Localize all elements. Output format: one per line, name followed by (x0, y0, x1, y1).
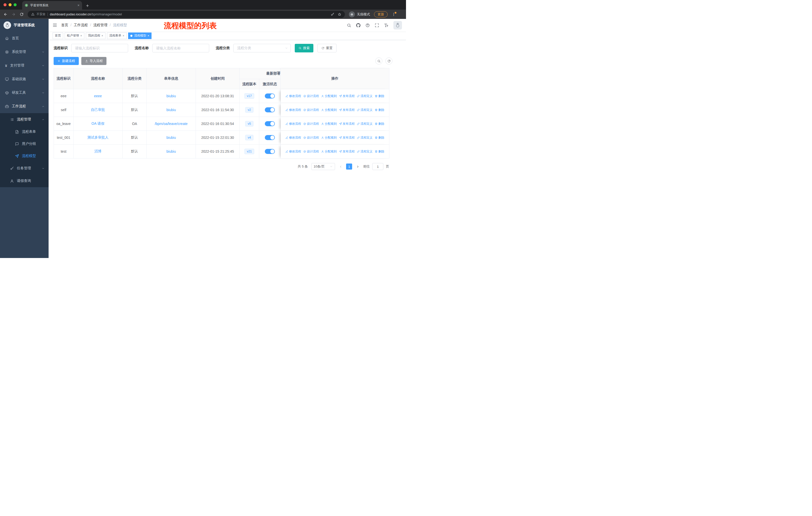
goto-page-input[interactable] (372, 163, 383, 170)
category-select[interactable]: 流程分类 (233, 44, 291, 52)
action-definition-link[interactable]: 流程定义 (357, 122, 373, 126)
fullscreen-icon[interactable] (375, 23, 379, 27)
import-process-button[interactable]: 导入流程 (81, 57, 107, 65)
sidebar-item-devtools[interactable]: 研发工具 (0, 86, 49, 100)
password-manager-icon[interactable] (331, 12, 334, 16)
active-toggle[interactable] (265, 93, 275, 99)
security-warning-icon[interactable] (31, 12, 34, 16)
action-design-link[interactable]: 设计流程 (303, 122, 319, 126)
action-delete-link[interactable]: 删除 (375, 122, 384, 126)
process-name-link[interactable]: 自己审批 (91, 108, 105, 112)
action-assign-link[interactable]: 分配规则 (321, 108, 337, 112)
next-page-button[interactable] (355, 164, 361, 169)
update-button[interactable]: 更新 (374, 11, 388, 18)
process-name-input[interactable] (152, 44, 209, 52)
browser-menu-icon[interactable] (392, 12, 396, 17)
sidebar-item-process-model[interactable]: 流程模型 (0, 150, 49, 162)
tag-close-icon[interactable]: × (123, 34, 124, 37)
action-definition-link[interactable]: 流程定义 (357, 136, 373, 140)
action-publish-link[interactable]: 发布流程 (339, 136, 355, 140)
form-info-link[interactable]: biubiu (166, 108, 176, 112)
github-icon[interactable] (356, 23, 360, 27)
sidebar-item-process-form[interactable]: 流程表单 (0, 126, 49, 138)
active-toggle[interactable] (265, 121, 275, 126)
process-name-link[interactable]: 滔博 (94, 149, 102, 153)
active-toggle[interactable] (265, 107, 275, 112)
minimize-window-button[interactable] (8, 3, 11, 6)
action-edit-link[interactable]: 修改流程 (285, 94, 301, 98)
process-name-link[interactable]: OA 请假 (91, 121, 104, 126)
help-icon[interactable] (366, 23, 370, 27)
sidebar-item-process-manage[interactable]: 流程管理 (0, 113, 49, 126)
browser-tab[interactable]: 芋道管理系统 × (22, 1, 82, 9)
action-edit-link[interactable]: 修改流程 (285, 150, 301, 154)
tag-close-icon[interactable]: × (147, 34, 149, 37)
tag-home[interactable]: 首页 (53, 32, 63, 39)
form-info-link[interactable]: biubiu (166, 94, 176, 98)
process-name-link[interactable]: eeee (94, 94, 102, 98)
process-name-link[interactable]: 测试多审批人 (87, 135, 109, 139)
breadcrumb-item[interactable]: 工作流程 (68, 23, 88, 27)
new-tab-button[interactable] (86, 4, 89, 7)
action-delete-link[interactable]: 删除 (375, 108, 384, 112)
refresh-table-button[interactable] (385, 57, 393, 64)
action-publish-link[interactable]: 发布流程 (339, 94, 355, 98)
version-badge[interactable]: v2 (245, 107, 254, 113)
form-info-link[interactable]: biubiu (166, 136, 176, 140)
active-toggle[interactable] (265, 149, 275, 154)
search-icon[interactable] (347, 23, 351, 27)
reload-button[interactable] (20, 12, 24, 17)
sidebar-item-home[interactable]: 首页 (0, 31, 49, 45)
action-design-link[interactable]: 设计流程 (303, 108, 319, 112)
action-publish-link[interactable]: 发布流程 (339, 122, 355, 126)
breadcrumb-item[interactable]: 流程管理 (88, 23, 108, 27)
tag-close-icon[interactable]: × (102, 34, 103, 37)
version-badge[interactable]: v21 (244, 148, 254, 154)
form-info-link[interactable]: biubiu (166, 150, 176, 154)
tag-my-process[interactable]: 我的流程× (86, 32, 106, 39)
user-avatar[interactable] (394, 21, 402, 29)
action-delete-link[interactable]: 删除 (375, 94, 384, 98)
version-badge[interactable]: v17 (244, 93, 254, 99)
font-size-icon[interactable] (384, 23, 388, 27)
zoom-window-button[interactable] (13, 3, 17, 6)
action-delete-link[interactable]: 删除 (375, 150, 384, 154)
action-edit-link[interactable]: 修改流程 (285, 122, 301, 126)
action-assign-link[interactable]: 分配规则 (321, 94, 337, 98)
action-definition-link[interactable]: 流程定义 (357, 94, 373, 98)
forward-button[interactable] (11, 12, 16, 17)
tag-process-model[interactable]: 流程模型× (128, 32, 151, 39)
form-info-link[interactable]: /bpm/oa/leave/create (155, 122, 188, 126)
sidebar-item-user-group[interactable]: 用户分组 (0, 138, 49, 150)
toggle-search-button[interactable] (375, 57, 382, 64)
process-key-input[interactable] (71, 44, 128, 52)
page-size-select[interactable]: 10条/页 (311, 163, 335, 170)
sidebar-item-workflow[interactable]: 工作流程 (0, 100, 49, 113)
prev-page-button[interactable] (338, 164, 344, 169)
reset-button[interactable]: 重置 (317, 44, 337, 52)
action-assign-link[interactable]: 分配规则 (321, 150, 337, 154)
search-button[interactable]: 搜索 (295, 44, 313, 52)
breadcrumb-item[interactable]: 首页 (61, 23, 68, 27)
sidebar-item-system[interactable]: 系统管理 (0, 45, 49, 59)
action-design-link[interactable]: 设计流程 (303, 150, 319, 154)
action-assign-link[interactable]: 分配规则 (321, 122, 337, 126)
close-window-button[interactable] (3, 3, 6, 6)
action-design-link[interactable]: 设计流程 (303, 94, 319, 98)
tab-close-icon[interactable]: × (78, 3, 80, 7)
app-logo[interactable]: 芋道管理系统 (0, 19, 49, 31)
address-bar[interactable]: 不安全 dashboard.yudao.iocoder.cn/bpm/manag… (28, 11, 345, 18)
action-publish-link[interactable]: 发布流程 (339, 150, 355, 154)
create-process-button[interactable]: 新建流程 (54, 57, 79, 65)
tag-close-icon[interactable]: × (80, 34, 82, 37)
action-design-link[interactable]: 设计流程 (303, 136, 319, 140)
sidebar-item-infra[interactable]: 基础设施 (0, 72, 49, 86)
sidebar-item-payment[interactable]: ¥ 支付管理 (0, 59, 49, 72)
action-delete-link[interactable]: 删除 (375, 136, 384, 140)
active-toggle[interactable] (265, 135, 275, 140)
action-publish-link[interactable]: 发布流程 (339, 108, 355, 112)
action-edit-link[interactable]: 修改流程 (285, 108, 301, 112)
back-button[interactable] (3, 12, 7, 17)
tag-process-form[interactable]: 流程表单× (107, 32, 126, 39)
sidebar-item-leave-query[interactable]: 请假查询 (0, 174, 49, 187)
